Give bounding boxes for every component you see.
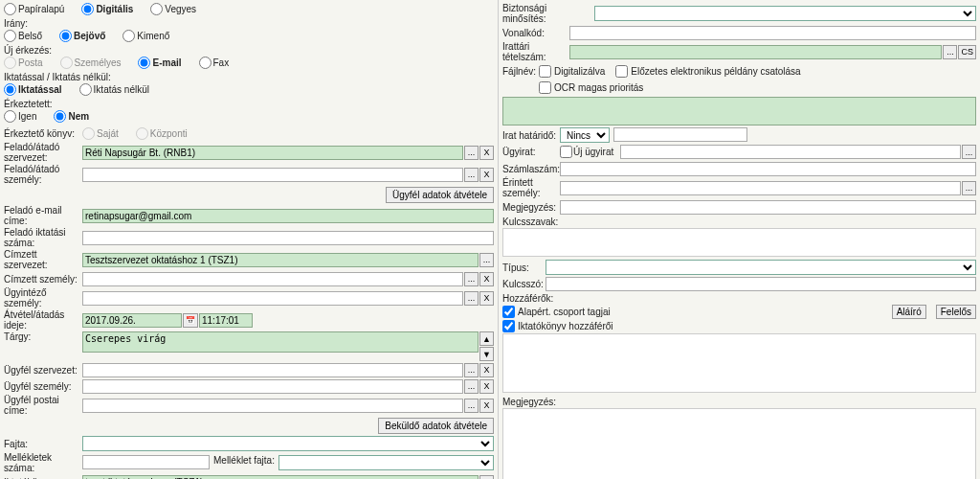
registering-with[interactable]: Iktatással — [4, 83, 62, 96]
keywords-list[interactable] — [502, 228, 976, 257]
keyword-input[interactable] — [546, 277, 976, 291]
pre-attach-checkbox[interactable] — [615, 65, 628, 78]
sender-org-clear[interactable]: X — [479, 146, 494, 160]
note-input[interactable] — [560, 200, 976, 215]
take-client-data-button[interactable]: Ügyfél adatok átvétele — [386, 187, 494, 203]
received-label: Érkeztetett: — [4, 99, 494, 109]
logbook-label: Érkeztető könyv: — [4, 128, 82, 139]
attach-count-label: Mellékletek száma: — [4, 452, 82, 473]
client-person-browse[interactable]: ... — [464, 379, 479, 394]
access-list[interactable] — [502, 333, 976, 393]
ocr-checkbox[interactable] — [539, 81, 551, 94]
affected-input[interactable] — [560, 181, 961, 195]
registering-without[interactable]: Iktatás nélkül — [79, 83, 149, 96]
client-addr-browse[interactable]: ... — [464, 399, 479, 413]
file-drop-area[interactable] — [502, 97, 976, 125]
addressee-person-label: Címzett személy: — [4, 274, 82, 285]
medium-mixed[interactable]: Vegyes — [150, 3, 196, 15]
client-person-clear[interactable]: X — [479, 379, 494, 394]
take-submitter-data-button[interactable]: Beküldő adatok átvétele — [378, 418, 494, 434]
medium-digital[interactable]: Digitális — [81, 3, 133, 15]
sender-org-input[interactable] — [82, 146, 463, 160]
client-org-label: Ügyfél szervezet: — [4, 365, 82, 376]
addressee-org-browse[interactable]: ... — [479, 253, 494, 267]
case-browse[interactable]: ... — [962, 145, 976, 159]
regbook-browse[interactable]: ... — [479, 475, 494, 480]
received-yes[interactable]: Igen — [4, 110, 36, 123]
affected-label: Érintett személy: — [502, 177, 560, 198]
subject-scroll-down[interactable]: ▼ — [479, 347, 494, 361]
sender-person-clear[interactable]: X — [479, 168, 494, 182]
subject-scroll-up[interactable]: ▲ — [479, 331, 494, 346]
sender-person-label: Feladó/átadó személy: — [4, 164, 82, 185]
client-person-input[interactable] — [82, 379, 463, 394]
handover-time-input[interactable] — [199, 313, 253, 328]
client-addr-label: Ügyfél postai címe: — [4, 395, 82, 416]
new-case-checkbox[interactable] — [560, 146, 572, 158]
clerk-clear[interactable]: X — [479, 291, 494, 306]
client-org-browse[interactable]: ... — [464, 363, 479, 377]
keywords-label: Kulcsszavak: — [502, 217, 976, 227]
client-org-clear[interactable]: X — [479, 363, 494, 377]
addressee-org-input[interactable] — [82, 253, 479, 267]
dossier-input[interactable] — [569, 45, 942, 59]
sender-person-input[interactable] — [82, 168, 463, 182]
access-label: Hozzáférők: — [502, 293, 976, 304]
clerk-input[interactable] — [82, 291, 463, 306]
client-org-input[interactable] — [82, 363, 463, 377]
medium-paper[interactable]: Papíralapú — [4, 3, 64, 15]
arrival-fax[interactable]: Fax — [199, 57, 230, 69]
invoice-input[interactable] — [560, 162, 976, 176]
addressee-person-clear[interactable]: X — [479, 272, 494, 286]
handover-time-label: Átvétel/átadás ideje: — [4, 309, 82, 331]
logbook-central: Központi — [136, 127, 188, 140]
client-addr-input[interactable] — [82, 399, 463, 413]
kind-label: Fajta: — [4, 439, 82, 449]
barcode-input[interactable] — [569, 26, 976, 40]
default-group-checkbox[interactable] — [502, 306, 515, 318]
dossier-cs-button[interactable]: CS — [958, 45, 976, 59]
arrival-email[interactable]: E-mail — [138, 57, 181, 69]
calendar-icon[interactable]: 📅 — [183, 313, 198, 328]
attach-kind-label: Melléklet fajta: — [213, 455, 275, 470]
sender-reg-label: Feladó iktatási száma: — [4, 227, 82, 248]
attach-count-input[interactable] — [82, 455, 210, 469]
sender-person-browse[interactable]: ... — [464, 168, 479, 182]
direction-outgoing[interactable]: Kimenő — [122, 30, 169, 42]
direction-internal[interactable]: Belső — [4, 30, 42, 42]
dossier-browse[interactable]: ... — [943, 45, 957, 59]
handover-date-input[interactable] — [82, 313, 182, 328]
responsible-button[interactable]: Felelős — [936, 305, 976, 319]
affected-browse[interactable]: ... — [962, 181, 976, 195]
signer-button[interactable]: Aláíró — [892, 305, 926, 319]
subject-input[interactable]: Cserepes virág — [82, 331, 479, 353]
invoice-label: Számlaszám: — [502, 164, 560, 174]
clerk-browse[interactable]: ... — [464, 291, 479, 306]
addressee-org-label: Címzett szervezet: — [4, 249, 82, 270]
client-addr-clear[interactable]: X — [479, 399, 494, 413]
type-select[interactable] — [546, 260, 976, 275]
deadline-select[interactable]: Nincs — [560, 127, 610, 143]
addressee-person-browse[interactable]: ... — [464, 272, 479, 286]
received-no[interactable]: Nem — [54, 110, 89, 123]
sec-class-select[interactable] — [594, 6, 976, 21]
regbook-input[interactable] — [82, 475, 479, 480]
deadline-date-input[interactable] — [613, 127, 747, 142]
note2-textarea[interactable] — [502, 408, 976, 479]
sender-reg-input[interactable] — [82, 231, 494, 245]
type-label: Típus: — [502, 262, 546, 273]
subject-label: Tárgy: — [4, 331, 82, 342]
sender-org-browse[interactable]: ... — [464, 146, 479, 160]
kind-select[interactable] — [82, 436, 494, 451]
direction-label: Irány: — [4, 18, 494, 29]
regbook-access-checkbox[interactable] — [502, 320, 515, 332]
sender-email-input[interactable] — [82, 209, 494, 223]
attach-kind-select[interactable] — [278, 455, 494, 470]
barcode-label: Vonalkód: — [502, 28, 569, 38]
case-input[interactable] — [620, 145, 961, 159]
direction-incoming[interactable]: Bejövő — [59, 30, 105, 42]
registering-label: Iktatással / Iktatás nélkül: — [4, 72, 494, 82]
case-label: Ügyirat: — [502, 147, 560, 157]
digitized-checkbox[interactable] — [539, 65, 551, 78]
addressee-person-input[interactable] — [82, 272, 463, 286]
